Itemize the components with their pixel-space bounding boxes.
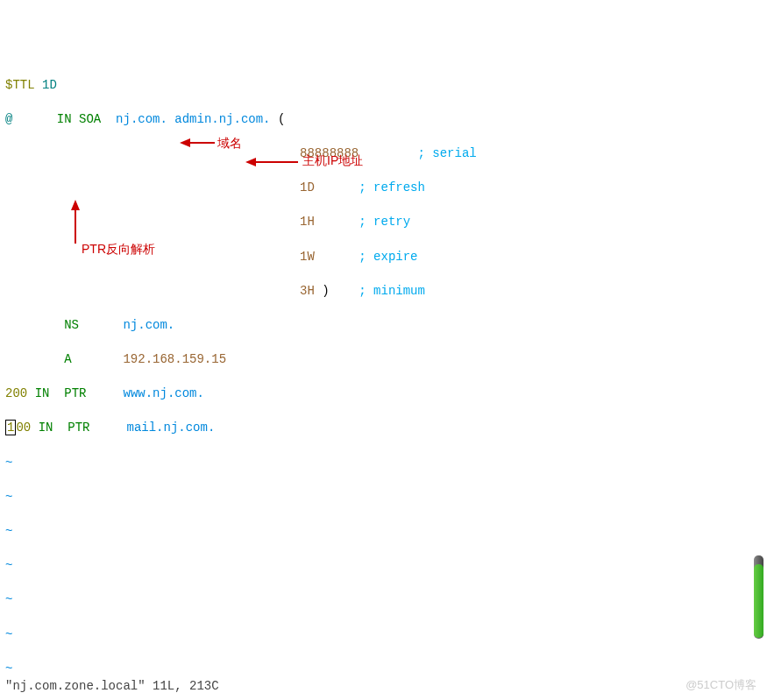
minimum-comment: ; minimum (359, 284, 425, 298)
serial-value: 88888888 (300, 146, 359, 160)
ttl-directive: $TTL (5, 78, 35, 92)
empty-line-tilde: ~ (5, 626, 762, 644)
ptr1-value: www.nj.com. (123, 386, 203, 400)
refresh-value: 1D (300, 180, 315, 194)
ptr2-in: IN (39, 421, 53, 435)
ttl-value: 1D (42, 78, 57, 92)
soa-origin: nj.com. (116, 112, 167, 126)
expire-value: 1W (300, 250, 315, 264)
empty-line-tilde: ~ (5, 695, 762, 700)
empty-line-tilde: ~ (5, 455, 762, 472)
empty-line-tilde: ~ (5, 661, 762, 678)
ptr1-id: 200 (5, 386, 27, 400)
ptr1-label: PTR (64, 386, 86, 400)
paren-open: ( (278, 112, 285, 126)
soa-label: SOA (79, 112, 101, 126)
origin-at: @ (5, 112, 12, 126)
watermark-text: @51CTO博客 (685, 677, 756, 693)
ptr1-in: IN (35, 386, 50, 400)
scrollbar-thumb[interactable] (754, 564, 763, 638)
retry-comment: ; retry (359, 215, 410, 229)
soa-admin: admin.nj.com. (174, 112, 270, 126)
ns-value: nj.com. (123, 318, 174, 332)
editor-content: $TTL 1D @ IN SOA nj.com. admin.nj.com. (… (0, 56, 767, 700)
minimum-value: 3H (300, 284, 315, 298)
in-class-soa: IN (57, 112, 72, 126)
a-label: A (64, 352, 71, 366)
retry-value: 1H (300, 215, 315, 229)
ns-label: NS (64, 318, 79, 332)
cursor-position: 1 (5, 420, 16, 435)
expire-comment: ; expire (359, 250, 417, 264)
refresh-comment: ; refresh (359, 180, 425, 194)
paren-close: ) (322, 284, 329, 298)
ptr2-label: PTR (67, 421, 89, 435)
empty-line-tilde: ~ (5, 591, 762, 609)
ptr2-id-rest: 00 (16, 421, 31, 435)
empty-line-tilde: ~ (5, 557, 762, 575)
serial-comment: ; serial (418, 146, 477, 160)
empty-line-tilde: ~ (5, 489, 762, 506)
status-line: "nj.com.zone.local" 11L, 213C (5, 679, 219, 693)
a-value: 192.168.159.15 (123, 352, 226, 366)
empty-line-tilde: ~ (5, 523, 762, 541)
ptr2-value: mail.nj.com. (126, 421, 215, 435)
